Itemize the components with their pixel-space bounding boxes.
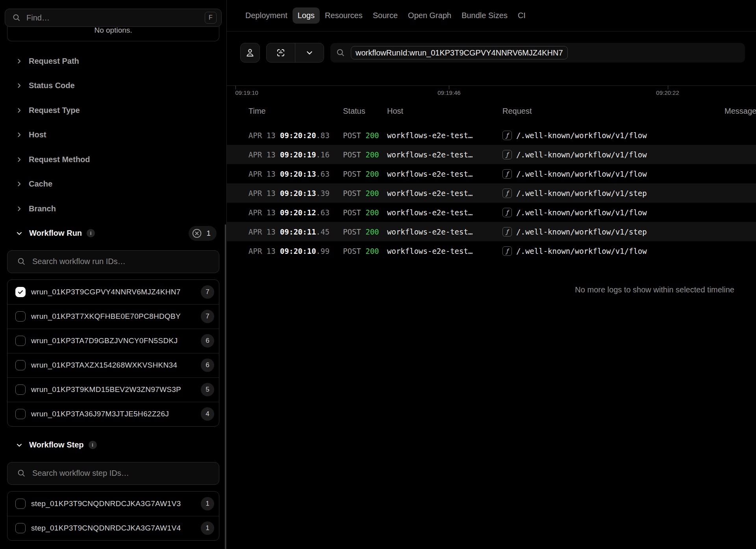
tab-source[interactable]: Source: [368, 7, 403, 24]
log-row[interactable]: APR 13 09:20:20.83 POST 200 workflows-e2…: [227, 126, 756, 145]
filter-section-host[interactable]: Host: [0, 123, 226, 148]
checkbox[interactable]: [15, 409, 26, 419]
user-requests-filter-button[interactable]: [240, 43, 260, 63]
log-request-path: /.well-known/workflow/v1/flow: [516, 170, 647, 178]
workflow-step-item[interactable]: step_01KP3T9CNQDNRDCJKA3G7AW1V3 1: [7, 492, 219, 516]
filter-section-request-type[interactable]: Request Type: [0, 98, 226, 123]
workflow-step-list: step_01KP3T9CNQDNRDCJKA3G7AW1V3 1 step_0…: [7, 491, 219, 541]
filter-section-label: Request Type: [29, 106, 80, 115]
workflow-run-item[interactable]: wrun_01KP3TA7D9GBZJVNCY0FN5SDKJ 6: [7, 329, 219, 353]
find-filter-input[interactable]: [26, 13, 199, 22]
chevron-down-icon: [16, 442, 23, 449]
checkbox[interactable]: [15, 336, 26, 346]
workflow-run-clear-filter-button[interactable]: 1: [189, 226, 217, 241]
filter-section-status-code[interactable]: Status Code: [0, 74, 226, 98]
filter-section-label: Request Method: [29, 155, 90, 164]
search-icon: [17, 257, 26, 266]
item-id: wrun_01KP3T7XKQFHBE0E70PC8HDQBY: [31, 312, 195, 321]
live-tail-menu-button[interactable]: [295, 43, 324, 62]
log-row[interactable]: APR 13 09:20:12.63 POST 200 workflows-e2…: [227, 203, 756, 222]
search-icon: [12, 13, 21, 22]
workflow-run-list: wrun_01KP3T9CGPVY4NNRV6MJZ4KHN7 7 wrun_0…: [7, 279, 219, 427]
timeline-ruler[interactable]: 09:19:10 09:19:46 09:20:22: [227, 85, 756, 102]
chevron-down-icon: [16, 230, 23, 237]
live-tail-button[interactable]: [267, 43, 295, 62]
log-host: workflows-e2e-test…: [387, 247, 502, 255]
log-status: POST 200: [343, 170, 387, 178]
chevron-right-icon: [16, 58, 22, 65]
workflow-run-section-header[interactable]: Workflow Run i 1: [0, 221, 226, 246]
function-icon: ƒ: [502, 169, 512, 179]
filter-sections: Request Path Status Code Request Type Ho…: [0, 49, 226, 221]
checkbox[interactable]: [15, 287, 26, 297]
tab-deployment[interactable]: Deployment: [240, 7, 293, 24]
checkbox[interactable]: [15, 360, 26, 370]
item-id: wrun_01KP3TAXZX154268WXKVSHKN34: [31, 361, 195, 370]
log-status: POST 200: [343, 227, 387, 236]
workflow-run-search-box[interactable]: [7, 250, 219, 273]
info-icon: i: [89, 441, 97, 449]
search-filter-chip[interactable]: workflowRunId:wrun_01KP3T9CGPVY4NNRV6MJZ…: [351, 46, 568, 59]
workflow-step-section-header[interactable]: Workflow Step i: [0, 433, 226, 457]
workflow-run-section-label: Workflow Run: [29, 229, 82, 238]
workflow-run-item[interactable]: wrun_01KP3TA36J97M3JTJE5H62Z26J 4: [7, 402, 219, 426]
chevron-right-icon: [16, 205, 22, 212]
workflow-step-section-label: Workflow Step: [29, 440, 84, 449]
timeline-tick-label: 09:19:46: [437, 89, 460, 96]
workflow-step-item[interactable]: step_01KP3T9CNQDNRDCJKA3G7AW1V4 1: [7, 516, 219, 540]
checkbox[interactable]: [15, 499, 26, 509]
filter-section-branch[interactable]: Branch: [0, 196, 226, 221]
column-header-messages: Messages: [724, 107, 756, 116]
workflow-run-item[interactable]: wrun_01KP3TAXZX154268WXKVSHKN34 6: [7, 353, 219, 377]
sidebar-scrollbar-thumb[interactable]: [225, 224, 226, 549]
log-row[interactable]: APR 13 09:20:13.39 POST 200 workflows-e2…: [227, 183, 756, 203]
workflow-run-item[interactable]: wrun_01KP3T9CGPVY4NNRV6MJZ4KHN7 7: [7, 280, 219, 304]
log-row[interactable]: APR 13 09:20:10.99 POST 200 workflows-e2…: [227, 241, 756, 261]
function-icon: ƒ: [502, 131, 512, 140]
checkbox[interactable]: [15, 311, 26, 322]
tab-ci[interactable]: CI: [513, 7, 531, 24]
log-host: workflows-e2e-test…: [387, 150, 502, 159]
filter-section-cache[interactable]: Cache: [0, 172, 226, 197]
tab-open-graph[interactable]: Open Graph: [403, 7, 456, 24]
checkbox[interactable]: [15, 384, 26, 395]
log-request-path: /.well-known/workflow/v1/step: [516, 227, 647, 236]
chevron-right-icon: [16, 131, 22, 138]
workflow-run-search-input[interactable]: [32, 257, 219, 266]
find-filter-input-box[interactable]: F: [5, 9, 222, 27]
circle-x-icon: [191, 227, 203, 239]
item-count-badge: 5: [201, 383, 214, 396]
chevron-down-icon: [306, 49, 313, 57]
workflow-step-search-input[interactable]: [32, 469, 219, 478]
log-search-box[interactable]: workflowRunId:wrun_01KP3T9CGPVY4NNRV6MJZ…: [330, 43, 745, 63]
tab-logs[interactable]: Logs: [293, 7, 320, 24]
filter-section-request-method[interactable]: Request Method: [0, 147, 226, 172]
log-request: ƒ /.well-known/workflow/v1/flow: [502, 169, 724, 179]
filter-section-label: Request Path: [29, 57, 79, 66]
log-row[interactable]: APR 13 09:20:19.16 POST 200 workflows-e2…: [227, 145, 756, 164]
checkbox[interactable]: [15, 523, 26, 533]
tab-bundle-sizes[interactable]: Bundle Sizes: [456, 7, 513, 24]
log-time: APR 13 09:20:12.63: [248, 208, 343, 217]
log-host: workflows-e2e-test…: [387, 170, 502, 178]
user-icon: [245, 48, 255, 58]
log-request: ƒ /.well-known/workflow/v1/flow: [502, 208, 724, 217]
filter-section-request-path[interactable]: Request Path: [0, 49, 226, 74]
log-table-header: Time Status Host Request Messages: [227, 102, 756, 120]
log-time: APR 13 09:20:11.45: [248, 227, 343, 236]
workflow-run-item[interactable]: wrun_01KP3T7XKQFHBE0E70PC8HDQBY 7: [7, 304, 219, 329]
timeline-tick: [668, 86, 668, 89]
log-time: APR 13 09:20:20.83: [248, 131, 343, 140]
item-id: wrun_01KP3T9CGPVY4NNRV6MJZ4KHN7: [31, 288, 195, 296]
tab-resources[interactable]: Resources: [320, 7, 368, 24]
workflow-run-item[interactable]: wrun_01KP3T9KMD15BEV2W3ZN97WS3P 5: [7, 377, 219, 402]
chevron-right-icon: [16, 82, 22, 89]
log-status: POST 200: [343, 131, 387, 140]
log-request-path: /.well-known/workflow/v1/flow: [516, 247, 647, 255]
workflow-step-search-box[interactable]: [7, 462, 219, 485]
log-row[interactable]: APR 13 09:20:13.63 POST 200 workflows-e2…: [227, 164, 756, 183]
log-row[interactable]: APR 13 09:20:11.45 POST 200 workflows-e2…: [227, 222, 756, 241]
item-id: wrun_01KP3TA7D9GBZJVNCY0FN5SDKJ: [31, 336, 195, 345]
chevron-right-icon: [16, 156, 22, 163]
item-count-badge: 1: [201, 497, 214, 510]
